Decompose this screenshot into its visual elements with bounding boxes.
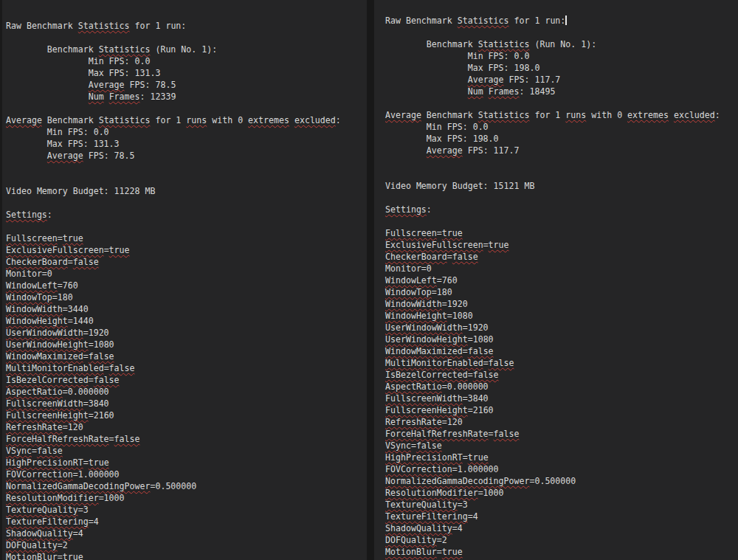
misspelled-word: extremes <box>627 110 669 120</box>
misspelled-word: FullscreenHeight <box>6 410 89 421</box>
text-line: WindowWidth=1920 <box>385 298 738 310</box>
text-segment: =1080 <box>89 339 114 350</box>
misspelled-word: Statistics <box>99 115 151 125</box>
text-segment: FPS: 117.7 <box>463 145 520 156</box>
text-segment: Max FPS: 131.3 <box>6 139 120 149</box>
text-segment: FPS: 78.5 <box>83 151 135 161</box>
text-line: WindowHeight=1080 <box>385 310 738 322</box>
misspelled-word: true <box>489 240 509 250</box>
text-line: Fullscreen=true <box>385 227 738 239</box>
misspelled-word: VSync <box>385 440 411 451</box>
text-segment: =3440 <box>63 304 89 314</box>
text-line: AspectRatio=0.000000 <box>6 386 367 398</box>
text-line: TextureQuality=3 <box>385 499 738 511</box>
text-segment: Max FPS: 198.0 <box>385 134 499 144</box>
misspelled-word: MultiMonitorEnabled <box>6 363 104 373</box>
text-line: TextureQuality=3 <box>6 504 367 516</box>
text-line: ResolutionModifier=1000 <box>385 487 738 499</box>
text-line: RefreshRate=120 <box>6 421 367 433</box>
text-segment: =1080 <box>468 334 494 345</box>
misspelled-word: false <box>473 370 499 380</box>
text-segment: =180 <box>52 292 73 303</box>
misspelled-word: UserWindowWidth <box>385 322 463 333</box>
blank-line <box>6 103 367 114</box>
text-segment: = <box>489 429 494 439</box>
text-segment <box>6 80 89 90</box>
text-segment: = <box>58 552 63 560</box>
text-segment: FPS: 78.5 <box>125 80 176 90</box>
blank-line <box>385 168 738 180</box>
text-segment: = <box>68 257 73 267</box>
text-line: Settings: <box>6 209 367 221</box>
text-segment: =1000 <box>99 493 125 503</box>
text-line: Average Benchmark Statistics for 1 runs … <box>6 114 367 126</box>
text-line: WindowTop=180 <box>385 286 738 298</box>
text-segment <box>669 110 674 120</box>
misspelled-word: excluded <box>674 110 715 120</box>
text-segment: =3840 <box>463 393 489 404</box>
text-segment: =0.500000 <box>529 476 576 486</box>
text-line: CheckerBoard=false <box>385 251 738 263</box>
text-line: Min FPS: 0.0 <box>385 50 738 62</box>
misspelled-word: true <box>109 245 130 255</box>
blank-line <box>385 97 738 109</box>
text-segment: =1.000000 <box>452 464 499 474</box>
left-editor-pane[interactable]: Raw Benchmark Statistics for 1 run: Benc… <box>0 0 367 560</box>
text-segment: = <box>468 370 473 380</box>
misspelled-word: FOVCorrection <box>6 469 73 480</box>
misspelled-word: ResolutionModifier <box>6 493 99 503</box>
misspelled-word: DOFQuality <box>6 540 58 550</box>
misspelled-word: WindowMaximized <box>6 351 83 362</box>
text-segment: : 18495 <box>520 86 556 97</box>
misspelled-word: AspectRatio <box>385 381 442 392</box>
text-line: WindowTop=180 <box>6 291 367 303</box>
text-line: ExclusiveFullscreen=true <box>385 239 738 251</box>
text-segment: =180 <box>432 287 452 297</box>
text-segment: = <box>104 245 109 255</box>
text-segment: = <box>32 446 37 456</box>
text-segment: =1920 <box>463 322 489 333</box>
text-line: Max FPS: 198.0 <box>385 133 738 145</box>
text-segment: = <box>109 434 114 444</box>
misspelled-word: NormalizedGammaDecodingPower <box>385 476 529 486</box>
misspelled-word: FullscreenWidth <box>6 398 83 409</box>
misspelled-word: WindowWidth <box>385 299 442 309</box>
misspelled-word: false <box>109 363 135 373</box>
text-segment: =120 <box>442 417 463 427</box>
misspelled-word: ShadowQuality <box>385 523 452 533</box>
text-segment: for 1 run: <box>509 15 566 26</box>
misspelled-word: extremes <box>248 115 289 125</box>
text-segment: = <box>58 233 63 243</box>
misspelled-word: ResolutionModifier <box>385 488 478 498</box>
text-line: ExclusiveFullscreen=true <box>6 244 367 256</box>
misspelled-word: ExclusiveFullscreen <box>6 245 104 255</box>
misspelled-word: false <box>489 358 514 368</box>
text-segment: =120 <box>63 422 83 432</box>
misspelled-word: WindowTop <box>385 287 432 297</box>
misspelled-word: HighPrecisionRT <box>385 452 463 463</box>
blank-line <box>385 156 738 168</box>
text-segment: =4 <box>89 516 99 527</box>
text-segment: =4 <box>73 528 83 539</box>
text-segment <box>385 86 468 97</box>
text-line: AspectRatio=0.000000 <box>385 381 738 393</box>
text-segment: = <box>89 375 94 385</box>
misspelled-word: VSync <box>6 446 32 456</box>
text-cursor <box>565 15 567 25</box>
text-segment: =0.000000 <box>442 381 489 392</box>
right-editor-pane[interactable]: Raw Benchmark Statistics for 1 run: Benc… <box>374 0 738 560</box>
misspelled-word: MultiMonitorEnabled <box>385 358 483 368</box>
misspelled-word: TextureQuality <box>385 499 458 510</box>
misspelled-word: false <box>416 440 442 451</box>
misspelled-word: false <box>494 429 520 439</box>
misspelled-word: Average <box>47 151 83 161</box>
misspelled-word: Settings <box>6 210 47 220</box>
text-segment: =2160 <box>468 405 494 415</box>
misspelled-word: WindowLeft <box>385 275 437 286</box>
misspelled-word: false <box>37 446 63 456</box>
text-line: FullscreenHeight=2160 <box>6 409 367 421</box>
misspelled-word: false <box>468 346 494 356</box>
text-line: Max FPS: 198.0 <box>385 62 738 74</box>
misspelled-word: Num <box>89 91 104 102</box>
text-line: MotionBlur=true <box>385 546 738 558</box>
